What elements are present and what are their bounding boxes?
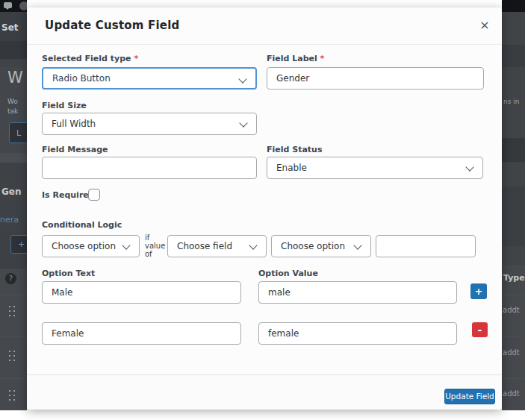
conditional-logic-label: Conditional Logic xyxy=(42,220,122,230)
bg-add-field-label: + xyxy=(18,239,25,249)
option-value-input[interactable]: male xyxy=(258,281,457,304)
add-option-button[interactable]: + xyxy=(470,283,487,299)
bg-band xyxy=(0,153,27,163)
remove-option-button[interactable]: - xyxy=(472,322,488,337)
field-type-label: Selected Field type * xyxy=(42,54,138,63)
modal-wrapper: Update Custom Field × Selected Field typ… xyxy=(27,0,502,420)
option-value-header: Option Value xyxy=(258,269,318,278)
modal-footer: Update Field xyxy=(27,374,502,410)
bg-paragraph-line1: Wo xyxy=(7,98,18,105)
screen: Set W Wo tak L Gen nera + ? ns in Type xyxy=(0,0,525,420)
drag-handle-icon xyxy=(7,304,16,317)
bg-paragraph-line2: tak xyxy=(7,107,18,115)
field-status-select[interactable]: Enable xyxy=(267,157,483,179)
bg-table-cell: addt xyxy=(503,389,520,398)
option-value-input[interactable]: female xyxy=(258,322,457,345)
bg-add-field-button: + xyxy=(10,235,27,254)
bg-page-heading: W xyxy=(7,69,23,87)
option-text-input[interactable]: Male xyxy=(42,281,241,304)
field-message-input[interactable] xyxy=(42,157,257,179)
field-status-label: Field Status xyxy=(267,145,322,154)
comments-icon xyxy=(4,2,12,8)
option-text-header: Option Text xyxy=(42,269,95,278)
chevron-down-icon xyxy=(465,163,473,171)
bg-outline-button-label: L xyxy=(16,128,21,138)
field-label-input[interactable]: Gender xyxy=(267,67,484,90)
bg-table-cell: addt xyxy=(503,306,520,314)
modal-header: Update Custom Field × xyxy=(27,7,502,45)
bg-description-fragment: ns in xyxy=(503,98,519,105)
field-message-label: Field Message xyxy=(42,145,108,154)
field-size-label: Field Size xyxy=(42,101,87,110)
background-page-left: Set W Wo tak L Gen nera + ? xyxy=(0,0,27,410)
bg-settings-label: Set xyxy=(1,22,19,33)
bg-row-divider xyxy=(502,336,525,336)
bg-row-divider xyxy=(0,295,27,295)
avatar xyxy=(19,1,27,10)
update-field-button[interactable]: Update Field xyxy=(444,389,495,404)
is-required-label: Is Required xyxy=(42,190,95,200)
drag-handle-icon xyxy=(7,389,16,401)
conditional-value-select[interactable]: Choose option xyxy=(271,235,371,257)
bg-band xyxy=(502,138,525,162)
bg-row-divider xyxy=(0,336,27,336)
option-text-input[interactable]: Female xyxy=(42,322,241,345)
chevron-down-icon xyxy=(353,241,361,249)
field-label-label: Field Label * xyxy=(267,54,324,63)
chevron-down-icon xyxy=(122,241,130,249)
field-type-select[interactable]: Radio Button xyxy=(42,67,257,90)
help-icon: ? xyxy=(5,273,16,284)
is-required-checkbox[interactable] xyxy=(88,189,100,201)
modal-title: Update Custom Field xyxy=(45,19,180,32)
bg-band xyxy=(0,41,27,59)
admin-bar xyxy=(502,0,525,12)
help-icon-glyph: ? xyxy=(9,275,13,283)
background-page-right: ns in Type addt addt addt xyxy=(502,0,525,410)
bg-row-divider xyxy=(502,295,525,295)
chevron-down-icon xyxy=(249,241,257,249)
chevron-down-icon xyxy=(239,119,247,127)
close-icon[interactable]: × xyxy=(476,16,494,34)
bg-band xyxy=(502,187,525,246)
bg-table-cell: addt xyxy=(503,348,520,357)
bg-row-divider xyxy=(502,378,525,379)
conditional-field-select[interactable]: Choose field xyxy=(167,235,267,257)
required-mark: * xyxy=(134,54,138,63)
required-mark: * xyxy=(320,54,325,63)
conditional-connector-text: if value of xyxy=(145,233,170,258)
bg-link-general: nera xyxy=(0,215,19,225)
bg-outline-button: L xyxy=(9,122,27,143)
update-custom-field-modal: Update Custom Field × Selected Field typ… xyxy=(27,7,502,409)
drag-handle-icon xyxy=(7,349,16,362)
field-size-select[interactable]: Full Width xyxy=(42,113,257,135)
bg-band xyxy=(502,265,525,410)
bg-band xyxy=(502,45,525,67)
bg-row-divider xyxy=(0,378,27,379)
conditional-value-input[interactable] xyxy=(376,235,476,257)
chevron-down-icon xyxy=(238,75,246,83)
bg-tab-general: Gen xyxy=(1,187,22,197)
conditional-operator-select[interactable]: Choose option xyxy=(42,235,140,257)
admin-bar xyxy=(0,0,27,12)
bg-table-header-type: Type xyxy=(503,273,525,283)
